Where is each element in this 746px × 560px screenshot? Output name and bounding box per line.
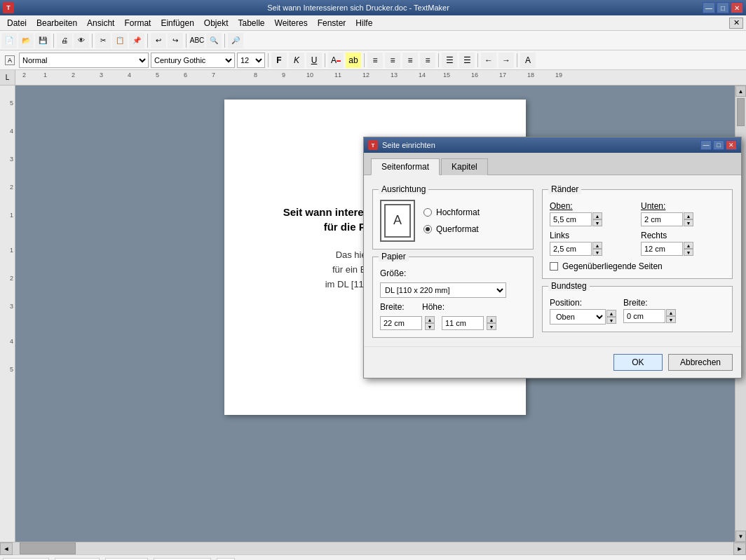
hochformat-radio-circle[interactable] — [423, 208, 432, 217]
font-color-button[interactable]: A▬ — [328, 53, 344, 68]
links-input[interactable] — [550, 242, 592, 256]
menu-fenster[interactable]: Fenster — [313, 17, 351, 29]
style-select[interactable]: Normal — [19, 53, 149, 68]
scroll-up-button[interactable]: ▲ — [735, 86, 746, 97]
bundsteg-breite-input[interactable] — [623, 309, 665, 323]
menu-format[interactable]: Format — [120, 17, 155, 29]
hoehe-input[interactable] — [442, 316, 484, 330]
rechts-spin-up[interactable]: ▲ — [684, 242, 693, 249]
close-button[interactable]: ✕ — [731, 2, 743, 13]
font-select[interactable]: Century Gothic — [151, 53, 235, 68]
dialog-close-button[interactable]: ✕ — [726, 140, 737, 150]
bullet-list-button[interactable]: ☰ — [442, 53, 457, 68]
groesse-select[interactable]: DL [110 x 220 mm] A4 A5 Letter — [380, 282, 506, 298]
rechts-spin-down[interactable]: ▼ — [684, 249, 693, 256]
menu-datei[interactable]: Datei — [3, 17, 31, 29]
h-scroll-thumb[interactable] — [20, 542, 76, 554]
scroll-down-button[interactable]: ▼ — [735, 531, 746, 542]
paste-button[interactable]: 📌 — [129, 33, 144, 48]
bundsteg-pos-spinner: ▲ ▼ — [606, 310, 616, 324]
minimize-button[interactable]: — — [703, 2, 715, 13]
tab-kapitel[interactable]: Kapitel — [441, 158, 488, 175]
bundsteg-breite-spin-down[interactable]: ▼ — [666, 316, 676, 323]
maximize-button[interactable]: □ — [717, 2, 729, 13]
align-right-button[interactable]: ≡ — [402, 53, 418, 68]
zoom-button[interactable]: 🔎 — [228, 33, 243, 48]
bundsteg-pos-spin-down[interactable]: ▼ — [606, 317, 616, 324]
left-ruler-mark: 2 — [10, 184, 13, 191]
save-button[interactable]: 💾 — [35, 33, 50, 48]
hoehe-spin-down[interactable]: ▼ — [487, 323, 496, 330]
seite-einrichten-dialog: T Seite einrichten — □ ✕ Seitenformat Ka… — [363, 137, 742, 378]
oben-input[interactable] — [550, 212, 592, 226]
ok-button[interactable]: OK — [613, 354, 663, 371]
align-center-button[interactable]: ≡ — [385, 53, 400, 68]
h-scroll-track[interactable] — [13, 542, 733, 554]
indent-inc-button[interactable]: → — [499, 53, 514, 68]
dialog-minimize-button[interactable]: — — [700, 140, 712, 150]
unten-input[interactable] — [641, 212, 683, 226]
number-list-button[interactable]: ☰ — [459, 53, 475, 68]
copy-button[interactable]: 📋 — [112, 33, 128, 48]
open-button[interactable]: 📂 — [18, 33, 34, 48]
italic-button[interactable]: K — [289, 53, 304, 68]
scroll-left-button[interactable]: ◄ — [0, 542, 13, 555]
ruler-mark: 12 — [362, 71, 369, 78]
hoehe-spin-up[interactable]: ▲ — [487, 316, 496, 323]
cancel-button[interactable]: Abbrechen — [668, 354, 733, 371]
breite-spin-up[interactable]: ▲ — [425, 316, 435, 323]
menu-weiteres[interactable]: Weiteres — [271, 17, 312, 29]
bundsteg-pos-spin-up[interactable]: ▲ — [606, 310, 616, 317]
ruler-corner[interactable]: L — [0, 70, 15, 86]
oben-spin-up[interactable]: ▲ — [592, 212, 602, 219]
links-spin-down[interactable]: ▼ — [592, 249, 602, 256]
scroll-right-button[interactable]: ► — [733, 542, 746, 555]
breite-input[interactable] — [380, 316, 422, 330]
align-left-button[interactable]: ≡ — [367, 53, 383, 68]
char-style-button[interactable]: A — [520, 53, 536, 68]
spell-button[interactable]: ABC — [189, 33, 205, 48]
find-button[interactable]: 🔍 — [206, 33, 222, 48]
menu-tabelle[interactable]: Tabelle — [234, 17, 269, 29]
format-sep-1 — [268, 53, 269, 67]
h-scrollbar[interactable]: ◄ ► — [0, 542, 746, 554]
redo-button[interactable]: ↪ — [168, 33, 183, 48]
bold-button[interactable]: F — [271, 53, 287, 68]
oben-spin-down[interactable]: ▼ — [592, 219, 602, 226]
menu-objekt[interactable]: Objekt — [200, 17, 233, 29]
gegenueberliegende-checkbox[interactable] — [550, 262, 558, 271]
unten-spin-up[interactable]: ▲ — [684, 212, 693, 219]
rechts-input[interactable] — [641, 242, 683, 256]
menu-ansicht[interactable]: Ansicht — [83, 17, 118, 29]
bundsteg-position-select[interactable]: Oben Links Rechts — [550, 309, 606, 325]
links-spin-up[interactable]: ▲ — [592, 242, 602, 249]
indent-dec-button[interactable]: ← — [481, 53, 496, 68]
menu-hilfe[interactable]: Hilfe — [351, 17, 377, 29]
bundsteg-breite-spin-up[interactable]: ▲ — [666, 309, 676, 316]
dialog-maximize-button[interactable]: □ — [713, 140, 724, 150]
print-button[interactable]: 🖨 — [57, 33, 72, 48]
unten-spin-down[interactable]: ▼ — [684, 219, 693, 226]
style-icon: A — [3, 53, 17, 68]
querformat-radio-circle[interactable] — [423, 225, 432, 233]
tab-seitenformat[interactable]: Seitenformat — [371, 158, 440, 175]
menu-einfuegen[interactable]: Einfügen — [156, 17, 198, 29]
ausrichtung-title: Ausrichtung — [379, 184, 428, 194]
links-input-group: ▲ ▼ — [550, 242, 634, 256]
scroll-thumb[interactable] — [737, 98, 745, 126]
hochformat-radio[interactable]: Hochformat — [423, 207, 480, 217]
links-spinner: ▲ ▼ — [592, 242, 602, 256]
print-preview-button[interactable]: 👁 — [74, 33, 89, 48]
size-select[interactable]: 12 — [237, 53, 265, 68]
querformat-radio[interactable]: Querformat — [423, 224, 480, 234]
undo-button[interactable]: ↩ — [151, 33, 166, 48]
new-button[interactable]: 📄 — [1, 33, 17, 48]
breite-spin-down[interactable]: ▼ — [425, 323, 435, 330]
highlight-button[interactable]: ab — [346, 53, 361, 68]
menu-close-button[interactable]: ✕ — [729, 18, 743, 29]
cut-button[interactable]: ✂ — [95, 33, 111, 48]
align-justify-button[interactable]: ≡ — [420, 53, 435, 68]
ruler-mark: 2 — [72, 71, 75, 78]
underline-button[interactable]: U — [306, 53, 322, 68]
menu-bearbeiten[interactable]: Bearbeiten — [32, 17, 81, 29]
